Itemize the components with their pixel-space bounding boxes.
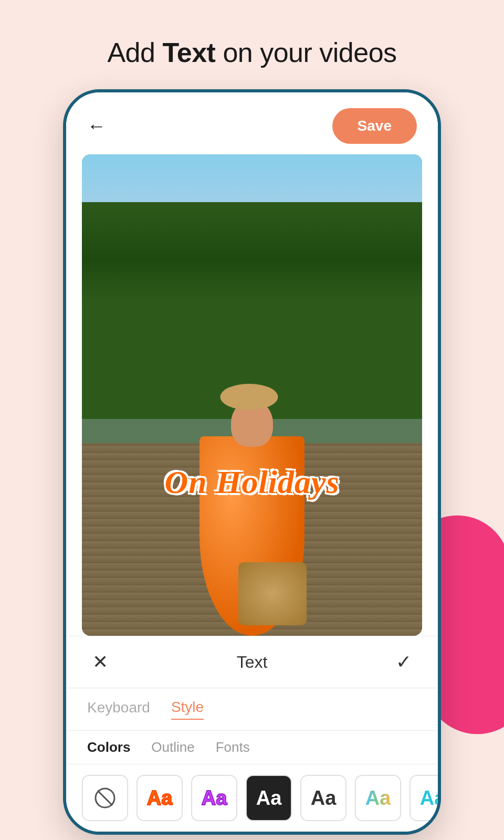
scene-background [82,154,422,419]
video-area: On Holidays [82,154,422,636]
swatch-purple[interactable]: Aa [191,775,237,821]
bottom-panel: ✕ Text ✓ Keyboard Style Colors Outline F… [66,636,438,832]
swatch-plain[interactable]: Aa [300,775,346,821]
text-controls-row: ✕ Text ✓ [66,636,438,688]
swatch-label: Aa [311,787,337,810]
phone-top-bar: ← Save [66,92,438,154]
swatch-label: Aa [256,787,282,810]
swatch-teal[interactable]: Aa [410,775,438,821]
swatch-orange[interactable]: Aa [136,775,183,821]
swatch-label: Aa [202,787,227,810]
video-text-overlay[interactable]: On Holidays [164,464,339,501]
svg-line-1 [98,791,112,805]
sub-tab-colors[interactable]: Colors [87,739,130,755]
swatch-multicolor[interactable]: Aa [355,775,401,821]
swatch-label: Aa [420,787,438,810]
check-icon[interactable]: ✓ [396,651,412,673]
sub-tab-outline[interactable]: Outline [151,739,194,755]
no-style-icon [93,786,117,810]
tabs-row: Keyboard Style [66,688,438,731]
swatch-label: Aa [147,787,173,810]
sub-tab-fonts[interactable]: Fonts [216,739,250,755]
person-hat [220,384,278,410]
phone-shell: ← Save On Holidays ✕ Text ✓ Keyboard Sty… [63,89,441,835]
swatch-label: Aa [365,787,391,810]
sub-tabs-row: Colors Outline Fonts [66,731,438,764]
person-bag [238,562,307,625]
page-title: Add Text on your videos [107,37,396,68]
tab-keyboard[interactable]: Keyboard [87,699,150,719]
font-swatches-row: Aa Aa Aa Aa Aa Aa A [66,764,438,832]
swatch-none[interactable] [82,775,128,821]
tab-style[interactable]: Style [171,699,204,720]
back-button[interactable]: ← [87,115,106,137]
close-icon[interactable]: ✕ [92,651,108,673]
panel-label: Text [237,653,268,672]
swatch-dark[interactable]: Aa [246,775,292,821]
save-button[interactable]: Save [332,108,417,144]
